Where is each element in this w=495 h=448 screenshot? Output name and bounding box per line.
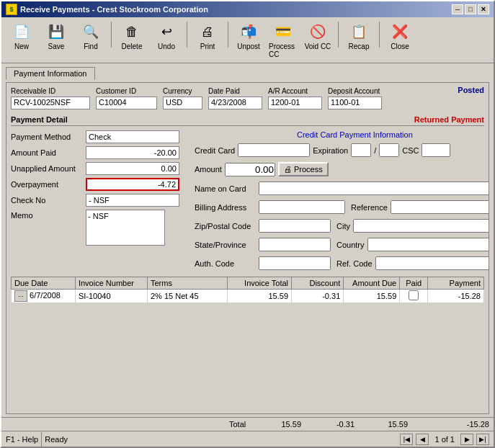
receivable-id-label: Receivable ID xyxy=(11,87,90,95)
find-label: Find xyxy=(84,42,97,50)
delete-label: Delete xyxy=(122,42,143,50)
cc-csc-label: CSC xyxy=(402,146,419,155)
invoice-table: Due Date Invoice Number Terms Invoice To… xyxy=(11,277,484,303)
cc-country-input[interactable] xyxy=(367,238,489,251)
maximize-button[interactable]: □ xyxy=(465,4,476,14)
credit-card-header: Credit Card Payment Information xyxy=(195,130,489,139)
overpayment-input[interactable] xyxy=(86,178,179,191)
save-label: Save xyxy=(48,42,65,50)
delete-icon: 🗑 xyxy=(122,22,142,42)
payment-method-label: Payment Method xyxy=(11,133,83,141)
close-button[interactable]: ❌ Close xyxy=(384,20,416,60)
memo-label: Memo xyxy=(11,211,83,220)
payment-method-row: Payment Method xyxy=(11,130,187,143)
void-cc-label: Void CC xyxy=(305,42,331,50)
next-page-button[interactable]: ▶ xyxy=(460,434,473,445)
total-payment: -15.28 xyxy=(439,420,489,429)
print-button[interactable]: 🖨 Print xyxy=(192,20,223,60)
cc-country-label: Country xyxy=(336,241,365,249)
cc-ref-code-input[interactable] xyxy=(375,256,489,270)
cc-city-label: City xyxy=(336,222,350,230)
process-label: Process xyxy=(294,165,323,174)
col-due-date: Due Date xyxy=(12,277,76,290)
cc-auth-row: Auth. Code Ref. Code xyxy=(195,256,489,270)
tab-payment-information[interactable]: Payment Information xyxy=(6,67,95,80)
prev-page-button[interactable]: ◀ xyxy=(416,434,429,445)
cell-terms: 2% 15 Net 45 xyxy=(147,290,227,303)
cc-state-label: State/Province xyxy=(195,241,256,249)
ellipsis-button[interactable]: ··· xyxy=(14,290,27,302)
cc-ref-code-label: Ref. Code xyxy=(336,259,373,268)
cc-zip-input[interactable] xyxy=(259,219,331,233)
toolbar-separator-1 xyxy=(111,22,112,48)
total-amount-due: 15.59 xyxy=(357,420,408,429)
tab-bar: Payment Information xyxy=(6,66,489,79)
print-label: Print xyxy=(200,42,215,50)
void-cc-button[interactable]: 🚫 Void CC xyxy=(302,20,334,60)
currency-label: Currency xyxy=(163,87,202,95)
void-cc-icon: 🚫 xyxy=(308,22,328,42)
overpayment-label: Overpayment xyxy=(11,180,83,189)
detail-body: Payment Method Amount Paid Unapplied Amo… xyxy=(11,130,484,272)
print-icon: 🖨 xyxy=(197,22,218,42)
unapplied-amount-input[interactable] xyxy=(86,162,179,175)
status-left: F1 - Help Ready xyxy=(6,432,394,447)
cc-amount-input[interactable] xyxy=(225,163,275,176)
tab-label: Payment Information xyxy=(14,69,87,78)
save-button[interactable]: 💾 Save xyxy=(40,20,72,60)
recap-button[interactable]: 📋 Recap xyxy=(343,20,375,60)
window-close-button[interactable]: ✕ xyxy=(478,4,489,14)
payment-method-input[interactable] xyxy=(86,130,179,143)
total-bar: Total 15.59 -0.31 15.59 -15.28 xyxy=(1,417,494,431)
total-discount: -0.31 xyxy=(304,420,354,429)
cell-discount: -0.31 xyxy=(292,290,344,303)
cc-zip-row: Zip/Postal Code City xyxy=(195,219,489,233)
find-icon: 🔍 xyxy=(81,22,101,42)
unpost-button[interactable]: 📬 Unpost xyxy=(233,20,264,60)
new-button[interactable]: 📄 New xyxy=(6,20,37,60)
cc-reference-input[interactable] xyxy=(391,200,489,214)
cc-card-input[interactable] xyxy=(238,143,310,157)
unapplied-amount-row: Unapplied Amount xyxy=(11,162,187,175)
minimize-button[interactable]: ─ xyxy=(452,4,463,14)
amount-paid-input[interactable] xyxy=(86,146,179,159)
cc-card-row: Credit Card Expiration / CSC xyxy=(195,143,489,157)
paid-checkbox[interactable] xyxy=(409,290,419,300)
cc-csc-input[interactable] xyxy=(422,143,450,157)
last-page-button[interactable]: ▶| xyxy=(476,434,489,445)
cc-state-input[interactable] xyxy=(259,238,331,251)
memo-input[interactable] xyxy=(86,210,165,246)
cc-auth-label: Auth. Code xyxy=(195,259,256,268)
currency-field: Currency USD xyxy=(163,87,202,109)
process-button[interactable]: 🖨 Process xyxy=(278,162,329,176)
col-paid: Paid xyxy=(400,277,428,290)
currency-value: USD xyxy=(163,97,202,109)
new-icon: 📄 xyxy=(12,22,32,42)
cc-city-input[interactable] xyxy=(353,219,489,233)
toolbar-separator-5 xyxy=(379,22,380,48)
cc-billing-input[interactable] xyxy=(259,200,345,214)
delete-button[interactable]: 🗑 Delete xyxy=(116,20,148,60)
new-label: New xyxy=(14,42,29,50)
close-icon: ❌ xyxy=(390,22,410,42)
cc-billing-row: Billing Address Reference xyxy=(195,200,489,214)
window-title: Receive Payments - Crest Stockroom Corpo… xyxy=(20,5,208,14)
cc-name-input[interactable] xyxy=(259,182,489,195)
cc-exp-year-input[interactable] xyxy=(379,143,399,157)
cc-auth-input[interactable] xyxy=(259,256,331,270)
recap-icon: 📋 xyxy=(349,22,369,42)
process-cc-button[interactable]: 💳 Process CC xyxy=(267,20,299,60)
find-button[interactable]: 🔍 Find xyxy=(75,20,107,60)
returned-badge: Returned Payment xyxy=(414,115,484,124)
overpayment-row: Overpayment xyxy=(11,178,187,191)
cc-name-row: Name on Card xyxy=(195,182,489,195)
recap-label: Recap xyxy=(349,42,370,50)
toolbar-separator-3 xyxy=(228,22,228,48)
cc-amount-row: Amount 🖨 Process xyxy=(195,162,489,176)
first-page-button[interactable]: |◀ xyxy=(400,434,413,445)
check-no-input[interactable] xyxy=(86,194,179,207)
cc-exp-month-input[interactable] xyxy=(351,143,371,157)
toolbar-separator-2 xyxy=(187,22,187,48)
status-separator xyxy=(41,432,42,447)
undo-button[interactable]: ↩ Undo xyxy=(151,20,182,60)
